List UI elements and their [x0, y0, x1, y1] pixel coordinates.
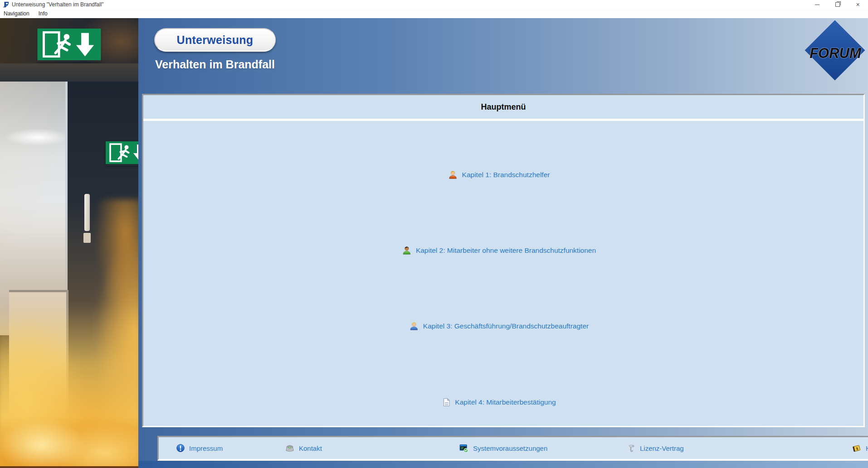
menu-info[interactable]: Info — [39, 10, 48, 17]
main-panel: Unterweisung Verhalten im Brandfall FORU… — [138, 18, 868, 468]
main-menu-panel: Hauptmenü Kapitel 1: Brandschutzhelfer — [142, 94, 865, 427]
badge-label: Unterweisung — [177, 34, 254, 47]
forum-f-icon — [3, 1, 9, 8]
unterweisung-badge: Unterweisung — [154, 28, 276, 52]
main-menu-title: Hauptmenü — [143, 95, 863, 121]
title-bar: Unterweisung "Verhalten im Brandfall" ✕ — [0, 0, 868, 10]
forum-logo-text: FORUM — [801, 45, 868, 62]
restore-icon — [835, 2, 840, 7]
door-top-frame — [0, 63, 138, 82]
person-green-icon — [402, 246, 412, 256]
chapter-4-label: Kapitel 4: Mitarbeiterbestätigung — [455, 398, 556, 406]
footer-link-impressum[interactable]: Impressum — [176, 437, 223, 459]
person-blue-icon — [409, 321, 419, 331]
menu-bar: Navigation Info — [0, 9, 868, 18]
chapter-3-link[interactable]: Kapitel 3: Geschäftsführung/Brandschutzb… — [409, 321, 589, 331]
chapter-2-label: Kapitel 2: Mitarbeiter ohne weitere Bran… — [416, 246, 596, 255]
person-orange-icon — [448, 170, 458, 180]
footer-link-kontakt[interactable]: Kontakt — [285, 437, 322, 459]
fire-scene-photo — [0, 18, 138, 468]
footer-link-label: Systemvoraussetzungen — [473, 444, 547, 452]
document-icon — [442, 397, 451, 407]
chapter-list: Kapitel 1: Brandschutzhelfer Kapitel 2: … — [143, 121, 863, 427]
scroll-icon — [627, 444, 636, 453]
system-window-check-icon — [459, 444, 469, 453]
bottom-accent-strip — [138, 461, 868, 468]
flames-bright — [0, 417, 138, 468]
chapter-4-link[interactable]: Kapitel 4: Mitarbeiterbestätigung — [442, 397, 556, 407]
chapter-1-label: Kapitel 1: Brandschutzhelfer — [462, 171, 550, 179]
footer-link-lizenz-vertrag[interactable]: Lizenz-Vertrag — [627, 437, 684, 459]
footer-link-label: Lizenz-Vertrag — [640, 444, 684, 452]
minimize-button[interactable] — [807, 0, 827, 9]
telephone-icon — [285, 444, 295, 453]
emergency-exit-sign-small-icon — [106, 141, 138, 166]
page-title: Verhalten im Brandfall — [155, 58, 275, 71]
emergency-exit-sign-large-icon — [37, 29, 101, 62]
window-title: Unterweisung "Verhalten im Brandfall" — [12, 1, 104, 8]
minimize-icon — [815, 5, 819, 5]
close-button[interactable]: ✕ — [848, 0, 868, 9]
restore-button[interactable] — [827, 0, 848, 9]
footer-link-systemvoraussetzungen[interactable]: Systemvoraussetzungen — [459, 437, 547, 459]
photo-bottom-edge — [0, 466, 138, 468]
footer-link-haftungsausschluss[interactable]: § Haftungsausschluss — [852, 437, 868, 459]
forum-logo: FORUM — [805, 25, 866, 89]
info-circle-icon — [176, 444, 185, 453]
chapter-3-label: Kapitel 3: Geschäftsführung/Brandschutzb… — [423, 322, 589, 330]
footer-link-label: Kontakt — [299, 444, 322, 452]
footer-link-label: Impressum — [189, 444, 223, 452]
footer-bar: Impressum Kontakt Systemvoraussetzungen — [157, 436, 868, 461]
chapter-1-link[interactable]: Kapitel 1: Brandschutzhelfer — [448, 170, 550, 180]
chapter-2-link[interactable]: Kapitel 2: Mitarbeiter ohne weitere Bran… — [402, 246, 596, 256]
footer-link-label: Haftungsausschluss — [866, 444, 868, 452]
menu-navigation[interactable]: Navigation — [4, 10, 29, 17]
law-book-icon: § — [852, 444, 862, 453]
